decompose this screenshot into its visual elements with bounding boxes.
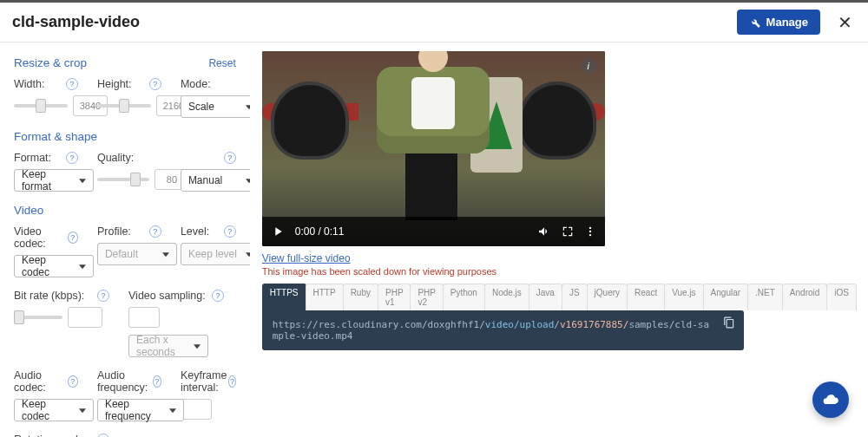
field-level: Level:? Keep level — [181, 225, 236, 277]
input-bitrate[interactable] — [68, 307, 102, 328]
tab-net[interactable]: .NET — [747, 284, 783, 310]
hint-icon[interactable]: ? — [68, 232, 78, 244]
manage-button[interactable]: Manage — [737, 10, 820, 35]
label-height: Height: — [97, 78, 132, 90]
svg-point-1 — [589, 231, 591, 232]
tab-android[interactable]: Android — [782, 284, 827, 310]
input-video-sampling[interactable] — [128, 307, 160, 328]
hint-icon[interactable]: ? — [228, 375, 236, 388]
field-keyframe-interval: Keyframe interval:? — [181, 369, 236, 421]
section-title-resize: Resize & crop — [14, 56, 87, 69]
video-preview[interactable]: i 0:00 / 0:11 — [262, 51, 605, 246]
select-mode[interactable]: Scale — [181, 95, 250, 118]
hint-icon[interactable]: ? — [149, 225, 161, 238]
label-video-codec: Video codec: — [14, 225, 68, 250]
label-keyframe: Keyframe interval: — [181, 369, 228, 394]
tab-phpv1[interactable]: PHP v1 — [378, 284, 411, 310]
tab-http[interactable]: HTTP — [306, 284, 344, 310]
volume-icon[interactable] — [537, 225, 551, 238]
label-video-sampling: Video sampling: — [128, 290, 206, 302]
section-video: Video — [14, 204, 236, 217]
preview-panel: i 0:00 / 0:11 View full-size video — [250, 42, 868, 437]
url-base: https://res.cloudinary.com/doxghfhf1/ — [273, 319, 485, 330]
reset-link[interactable]: Reset — [208, 57, 235, 69]
preview-meta: View full-size video This image has been… — [262, 251, 856, 277]
field-height: Height:? — [97, 78, 161, 118]
hint-icon[interactable]: ? — [212, 290, 224, 302]
hint-icon[interactable]: ? — [66, 78, 78, 90]
manage-button-label: Manage — [766, 16, 808, 29]
url-output: https://res.cloudinary.com/doxghfhf1/vid… — [262, 310, 744, 350]
select-video-codec[interactable]: Keep codec — [14, 255, 94, 277]
tab-vuejs[interactable]: Vue.js — [664, 284, 703, 310]
url-segment-action: video/upload — [485, 319, 554, 330]
section-title-video: Video — [14, 204, 43, 217]
label-format: Format: — [14, 152, 51, 164]
kebab-icon[interactable] — [584, 225, 596, 238]
hint-icon[interactable]: ? — [224, 225, 236, 238]
field-audio-frequency: Audio frequency:? Keep frequency — [97, 369, 161, 421]
info-icon[interactable]: i — [581, 58, 596, 74]
page-title: cld-sample-video — [12, 13, 140, 31]
content-area: Resize & crop Reset Width:? Height:? Mod… — [0, 42, 868, 437]
label-width: Width: — [14, 78, 44, 90]
tab-jquery[interactable]: jQuery — [587, 284, 628, 310]
tab-js[interactable]: JS — [562, 284, 588, 310]
select-audio-frequency[interactable]: Keep frequency — [97, 399, 184, 421]
hint-icon[interactable]: ? — [149, 78, 161, 90]
close-icon[interactable]: ✕ — [834, 10, 856, 35]
slider-quality[interactable] — [97, 178, 149, 181]
field-rotation: Rotation angle:? — [14, 434, 109, 437]
section-format-shape: Format & shape — [14, 130, 236, 143]
input-keyframe-interval[interactable] — [181, 399, 212, 420]
view-full-size-link[interactable]: View full-size video — [262, 252, 351, 264]
svg-point-0 — [589, 227, 591, 229]
label-level: Level: — [181, 225, 209, 238]
hint-icon[interactable]: ? — [68, 375, 78, 388]
select-audio-codec[interactable]: Keep codec — [14, 399, 94, 421]
play-icon[interactable] — [271, 225, 285, 238]
tab-angular[interactable]: Angular — [703, 284, 748, 310]
tab-phpv2[interactable]: PHP v2 — [410, 284, 443, 310]
cloud-icon — [822, 391, 839, 408]
field-video-codec: Video codec:? Keep codec — [14, 225, 78, 277]
scaled-note: This image has been scaled down for view… — [262, 266, 856, 277]
section-title-format: Format & shape — [14, 130, 97, 143]
slider-height[interactable] — [97, 104, 151, 108]
hint-icon[interactable]: ? — [153, 375, 161, 388]
tab-python[interactable]: Python — [443, 284, 485, 310]
wrench-icon — [749, 16, 761, 29]
hint-icon[interactable]: ? — [66, 152, 78, 164]
fullscreen-icon[interactable] — [562, 225, 574, 238]
tab-ios[interactable]: iOS — [826, 284, 857, 310]
hint-icon[interactable]: ? — [97, 290, 109, 302]
label-profile: Profile: — [97, 225, 131, 238]
tab-https[interactable]: HTTPS — [262, 284, 306, 310]
copy-icon[interactable] — [723, 316, 735, 331]
field-video-sampling: Video sampling:? Each x seconds — [128, 290, 224, 357]
help-fab[interactable] — [812, 382, 849, 418]
select-level[interactable]: Keep level — [181, 243, 250, 265]
field-profile: Profile:? Default — [97, 225, 161, 277]
select-video-sampling[interactable]: Each x seconds — [128, 335, 208, 357]
hint-icon[interactable]: ? — [224, 152, 236, 164]
select-format[interactable]: Keep format — [14, 169, 94, 192]
tab-nodejs[interactable]: Node.js — [484, 284, 529, 310]
tab-react[interactable]: React — [627, 284, 665, 310]
select-quality-mode[interactable]: Manual — [181, 169, 250, 192]
tab-ruby[interactable]: Ruby — [343, 284, 378, 310]
field-width: Width:? — [14, 78, 78, 118]
slider-width[interactable] — [14, 104, 68, 108]
label-mode: Mode: — [181, 78, 211, 90]
select-profile[interactable]: Default — [97, 243, 177, 265]
slider-bitrate[interactable] — [14, 316, 62, 319]
field-audio-codec: Audio codec:? Keep codec — [14, 369, 78, 421]
label-quality: Quality: — [97, 152, 134, 164]
video-controls: 0:00 / 0:11 — [262, 217, 605, 246]
label-bitrate: Bit rate (kbps): — [14, 290, 84, 302]
tab-java[interactable]: Java — [529, 284, 562, 310]
svg-point-2 — [589, 234, 591, 236]
hint-icon[interactable]: ? — [97, 434, 109, 437]
field-mode: Mode: Scale — [181, 78, 236, 118]
video-time: 0:00 / 0:11 — [295, 225, 345, 238]
